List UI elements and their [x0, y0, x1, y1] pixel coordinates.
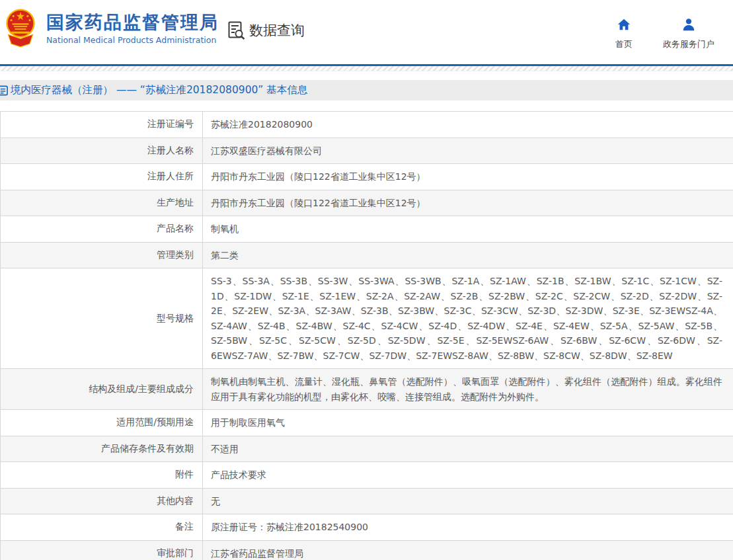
breadcrumb: 境内医疗器械（注册） —— “苏械注准20182080900” 基本信息 [0, 80, 733, 100]
category-icon [0, 85, 8, 96]
row-value: 丹阳市丹东工业园（陵口122省道工业集中区12号） [203, 164, 733, 190]
nav-home[interactable]: 首页 [615, 17, 633, 50]
nav-portal-label: 政务服务门户 [663, 38, 714, 50]
data-query-link[interactable]: 数据查询 [228, 21, 305, 40]
row-label: 管理类别 [1, 242, 203, 268]
breadcrumb-text: 境内医疗器械（注册） —— “苏械注准20182080900” 基本信息 [11, 83, 307, 97]
row-label: 注册人住所 [1, 164, 203, 190]
row-value: 无 [203, 488, 733, 514]
row-value: 苏械注准20182080900 [203, 112, 733, 138]
row-label: 备注 [1, 514, 203, 541]
row-label: 产品名称 [1, 216, 203, 243]
hatched-strip [0, 66, 733, 71]
row-value: 产品技术要求 [203, 462, 733, 489]
row-value: 第二类 [203, 242, 733, 268]
table-row: 审批部门江苏省药品监督管理局 [1, 540, 733, 560]
row-label: 结构及组成/主要组成成分 [1, 369, 203, 410]
row-label: 其他内容 [1, 488, 203, 514]
row-value: 不适用 [203, 436, 733, 462]
site-header: 国家药品监督管理局 National Medical Products Admi… [0, 0, 733, 64]
home-icon [617, 17, 631, 32]
row-value: SS-3、SS-3A、SS-3B、SS-3W、SS-3WA、SS-3WB、SZ-… [203, 268, 733, 369]
table-row: 产品储存条件及有效期不适用 [1, 436, 733, 462]
table-row: 注册人住所丹阳市丹东工业园（陵口122省道工业集中区12号） [1, 164, 733, 190]
nmpa-logo-link[interactable]: 国家药品监督管理局 National Medical Products Admi… [4, 8, 219, 49]
data-query-label: 数据查询 [249, 21, 305, 40]
national-emblem-icon [4, 8, 37, 49]
org-subtitle: National Medical Products Administration [46, 35, 219, 45]
table-row-composition: 结构及组成/主要组成成分制氧机由制氧主机、流量计、湿化瓶、鼻氧管（选配附件）、吸… [1, 369, 733, 410]
registration-info-table: 注册证编号苏械注准20182080900 注册人名称江苏双盛医疗器械有限公司 注… [0, 111, 733, 560]
table-row-model-specs: 型号规格SS-3、SS-3A、SS-3B、SS-3W、SS-3WA、SS-3WB… [1, 268, 733, 369]
table-row: 管理类别第二类 [1, 242, 733, 268]
row-value: 用于制取医用氧气 [203, 410, 733, 436]
table-row: 其他内容无 [1, 488, 733, 514]
org-title: 国家药品监督管理局 [46, 12, 219, 32]
row-label: 产品储存条件及有效期 [1, 436, 203, 462]
row-label: 型号规格 [1, 268, 203, 369]
table-row: 适用范围/预期用途用于制取医用氧气 [1, 410, 733, 436]
nav-portal[interactable]: 政务服务门户 [663, 17, 714, 50]
row-value: 原注册证号：苏械注准20182540900 [203, 514, 733, 541]
row-label: 适用范围/预期用途 [1, 410, 203, 436]
row-label: 生产地址 [1, 190, 203, 216]
row-label: 注册证编号 [1, 112, 203, 138]
row-value: 制氧机由制氧主机、流量计、湿化瓶、鼻氧管（选配附件）、吸氧面罩（选配附件）、雾化… [203, 369, 733, 410]
row-label: 附件 [1, 462, 203, 489]
row-value: 丹阳市丹东工业园（陵口122省道工业集中区12号） [203, 190, 733, 216]
row-label: 审批部门 [1, 540, 203, 560]
row-value: 江苏双盛医疗器械有限公司 [203, 138, 733, 164]
table-row: 附件产品技术要求 [1, 462, 733, 489]
nav-home-label: 首页 [615, 38, 633, 50]
table-row: 注册证编号苏械注准20182080900 [1, 112, 733, 138]
row-value: 制氧机 [203, 216, 733, 243]
table-row: 备注原注册证号：苏械注准20182540900 [1, 514, 733, 541]
table-row: 注册人名称江苏双盛医疗器械有限公司 [1, 138, 733, 164]
table-row: 产品名称制氧机 [1, 216, 733, 243]
user-icon [681, 17, 696, 32]
row-label: 注册人名称 [1, 138, 203, 164]
data-query-icon [228, 21, 245, 40]
table-row: 生产地址丹阳市丹东工业园（陵口122省道工业集中区12号） [1, 190, 733, 216]
row-value: 江苏省药品监督管理局 [203, 540, 733, 560]
